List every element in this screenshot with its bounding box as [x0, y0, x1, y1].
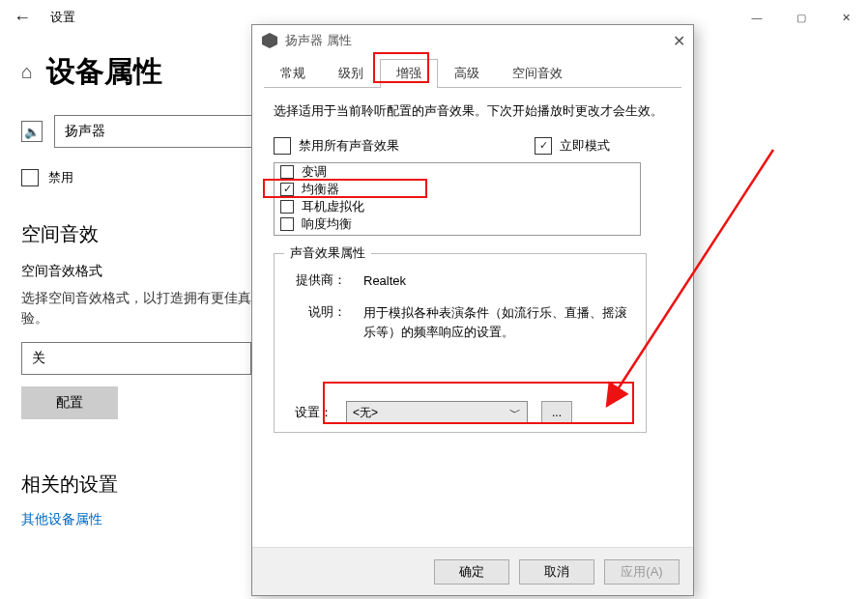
speaker-properties-dialog: 扬声器 属性 ✕ 常规 级别 增强 高级 空间音效 选择适用于当前聆听配置的声音…: [251, 24, 694, 596]
configure-button[interactable]: 配置: [21, 386, 118, 419]
disable-all-effects-label: 禁用所有声音效果: [299, 137, 399, 155]
setting-value: <无>: [353, 405, 378, 421]
dialog-close-button[interactable]: ✕: [673, 32, 685, 50]
tab-spatial[interactable]: 空间音效: [496, 59, 579, 88]
cancel-button[interactable]: 取消: [519, 559, 594, 585]
dialog-title: 扬声器 属性: [285, 32, 352, 49]
effect-hp-virtual-checkbox[interactable]: [280, 200, 294, 214]
effect-hp-virtual-label: 耳机虚拟化: [302, 198, 364, 215]
effect-properties-group: 声音效果属性 提供商： Realtek 说明： 用于模拟各种表演条件（如流行乐、…: [274, 253, 647, 433]
enhance-intro: 选择适用于当前聆听配置的声音效果。下次开始播放时更改才会生效。: [274, 101, 672, 122]
tab-strip: 常规 级别 增强 高级 空间音效: [264, 58, 681, 88]
dialog-titlebar: 扬声器 属性 ✕: [252, 25, 693, 56]
window-title: 设置: [50, 9, 75, 26]
setting-more-button[interactable]: ...: [541, 401, 572, 424]
spatial-format-select[interactable]: 关: [21, 342, 251, 375]
effect-loudness-checkbox[interactable]: [280, 217, 294, 231]
maximize-button[interactable]: ▢: [779, 3, 824, 32]
apply-button[interactable]: 应用(A): [604, 559, 680, 585]
dialog-button-row: 确定 取消 应用(A): [252, 547, 693, 595]
immediate-mode-label: 立即模式: [560, 137, 610, 155]
ok-button[interactable]: 确定: [434, 559, 509, 585]
effect-loudness-label: 响度均衡: [302, 215, 352, 233]
effects-list[interactable]: 变调 均衡器 耳机虚拟化 响度均衡: [274, 162, 641, 236]
device-name-input[interactable]: [54, 115, 262, 148]
close-button[interactable]: ✕: [824, 3, 868, 32]
minimize-button[interactable]: —: [735, 3, 779, 32]
chevron-down-icon: ﹀: [509, 405, 521, 421]
immediate-mode-checkbox[interactable]: [535, 137, 552, 155]
spatial-help-text: 选择空间音效格式，以打造拥有更佳真验。: [21, 288, 253, 328]
speaker-icon: 🔈: [21, 121, 43, 142]
effect-equalizer-checkbox[interactable]: [280, 183, 294, 196]
disable-checkbox[interactable]: [21, 169, 39, 186]
spatial-format-value: 关: [32, 350, 45, 367]
provider-label: 提供商：: [288, 271, 346, 289]
tab-levels[interactable]: 级别: [322, 59, 380, 88]
provider-value: Realtek: [363, 271, 632, 292]
setting-combobox[interactable]: <无> ﹀: [346, 401, 528, 424]
description-value: 用于模拟各种表演条件（如流行乐、直播、摇滚乐等）的频率响应的设置。: [363, 303, 632, 344]
back-icon[interactable]: ←: [14, 8, 31, 28]
disable-label: 禁用: [48, 169, 73, 186]
effect-properties-title: 声音效果属性: [284, 244, 371, 262]
page-title: 设备属性: [46, 52, 162, 92]
home-icon[interactable]: ⌂: [21, 61, 33, 83]
disable-all-effects-checkbox[interactable]: [274, 137, 291, 155]
setting-label: 设置：: [288, 404, 333, 421]
dialog-icon: [262, 33, 277, 48]
tab-advanced[interactable]: 高级: [438, 59, 496, 88]
description-label: 说明：: [288, 303, 346, 321]
effect-pitch-label: 变调: [302, 163, 327, 181]
tab-general[interactable]: 常规: [264, 59, 322, 88]
effect-equalizer-label: 均衡器: [302, 181, 339, 198]
tab-enhance[interactable]: 增强: [380, 59, 438, 88]
effect-pitch-checkbox[interactable]: [280, 165, 294, 179]
